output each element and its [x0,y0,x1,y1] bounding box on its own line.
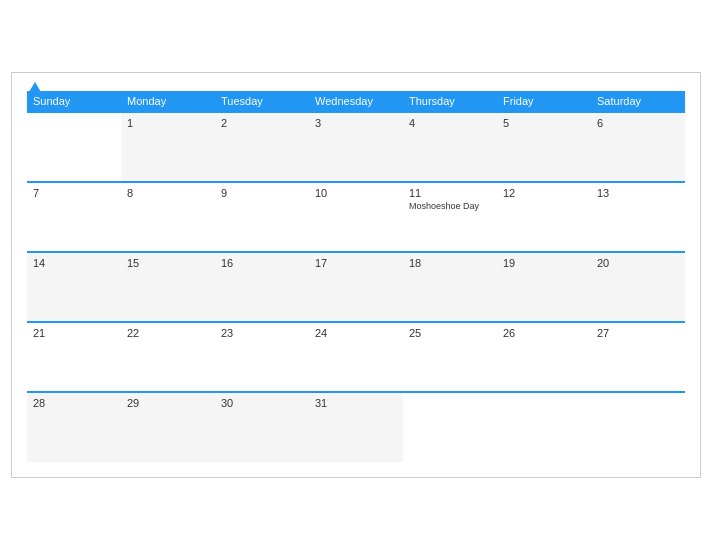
calendar-cell [403,392,497,462]
day-number: 22 [127,327,209,339]
weekday-header-sunday: Sunday [27,91,121,112]
day-number: 5 [503,117,585,129]
day-number: 8 [127,187,209,199]
day-number: 4 [409,117,491,129]
day-number: 28 [33,397,115,409]
calendar-cell: 27 [591,322,685,392]
calendar-cell: 24 [309,322,403,392]
calendar-cell: 6 [591,112,685,182]
day-number: 15 [127,257,209,269]
calendar-cell [591,392,685,462]
calendar-cell: 18 [403,252,497,322]
weekday-header-friday: Friday [497,91,591,112]
weekday-header-thursday: Thursday [403,91,497,112]
logo [27,83,41,93]
calendar-cell: 14 [27,252,121,322]
week-row-1: 7891011Moshoeshoe Day1213 [27,182,685,252]
calendar-cell: 3 [309,112,403,182]
day-number: 2 [221,117,303,129]
calendar-cell: 21 [27,322,121,392]
day-number: 20 [597,257,679,269]
weekday-header-tuesday: Tuesday [215,91,309,112]
day-number: 19 [503,257,585,269]
weekday-header-monday: Monday [121,91,215,112]
day-number: 23 [221,327,303,339]
calendar-container: SundayMondayTuesdayWednesdayThursdayFrid… [11,72,701,478]
day-number: 6 [597,117,679,129]
calendar-cell [27,112,121,182]
day-number: 3 [315,117,397,129]
day-number: 11 [409,187,491,199]
day-number: 12 [503,187,585,199]
calendar-cell: 12 [497,182,591,252]
day-number: 24 [315,327,397,339]
day-number: 14 [33,257,115,269]
calendar-cell: 16 [215,252,309,322]
day-number: 17 [315,257,397,269]
week-row-4: 28293031 [27,392,685,462]
calendar-cell: 10 [309,182,403,252]
weekday-header-row: SundayMondayTuesdayWednesdayThursdayFrid… [27,91,685,112]
day-number: 9 [221,187,303,199]
calendar-cell: 26 [497,322,591,392]
day-number: 25 [409,327,491,339]
day-number: 1 [127,117,209,129]
calendar-cell: 5 [497,112,591,182]
calendar-cell: 20 [591,252,685,322]
calendar-cell: 23 [215,322,309,392]
calendar-cell: 17 [309,252,403,322]
day-number: 31 [315,397,397,409]
calendar-body: 1234567891011Moshoeshoe Day1213141516171… [27,112,685,462]
day-number: 18 [409,257,491,269]
day-number: 29 [127,397,209,409]
day-number: 7 [33,187,115,199]
day-number: 16 [221,257,303,269]
event-label: Moshoeshoe Day [409,201,491,211]
week-row-2: 14151617181920 [27,252,685,322]
calendar-cell: 2 [215,112,309,182]
calendar-cell: 8 [121,182,215,252]
day-number: 21 [33,327,115,339]
calendar-cell: 29 [121,392,215,462]
calendar-cell: 28 [27,392,121,462]
week-row-0: 123456 [27,112,685,182]
calendar-cell: 19 [497,252,591,322]
weekday-header-saturday: Saturday [591,91,685,112]
calendar-cell: 15 [121,252,215,322]
calendar-cell: 30 [215,392,309,462]
day-number: 26 [503,327,585,339]
day-number: 27 [597,327,679,339]
calendar-cell: 11Moshoeshoe Day [403,182,497,252]
calendar-cell: 4 [403,112,497,182]
calendar-cell: 1 [121,112,215,182]
calendar-thead: SundayMondayTuesdayWednesdayThursdayFrid… [27,91,685,112]
calendar-cell: 13 [591,182,685,252]
day-number: 30 [221,397,303,409]
calendar-grid: SundayMondayTuesdayWednesdayThursdayFrid… [27,91,685,462]
day-number: 13 [597,187,679,199]
calendar-cell: 9 [215,182,309,252]
calendar-cell: 22 [121,322,215,392]
calendar-cell: 7 [27,182,121,252]
logo-triangle-icon [29,82,41,92]
day-number: 10 [315,187,397,199]
calendar-cell: 25 [403,322,497,392]
calendar-cell [497,392,591,462]
calendar-cell: 31 [309,392,403,462]
week-row-3: 21222324252627 [27,322,685,392]
weekday-header-wednesday: Wednesday [309,91,403,112]
